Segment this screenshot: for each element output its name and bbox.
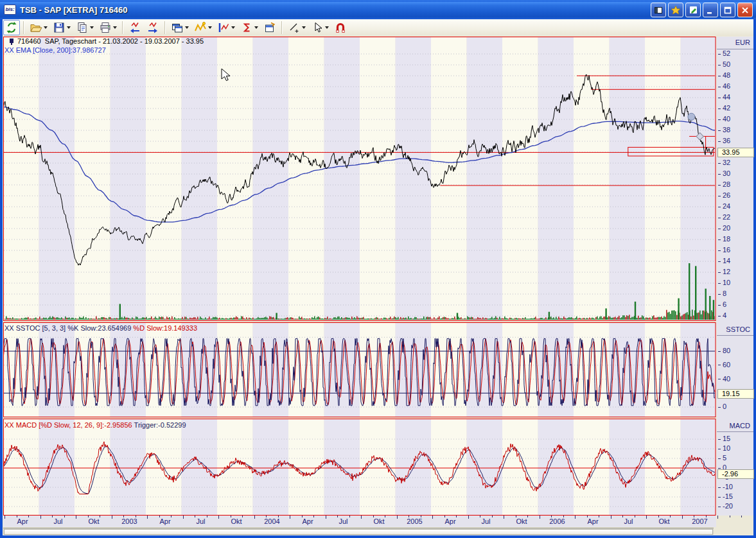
save-button[interactable] [51, 20, 73, 35]
axis-tick-mark [718, 185, 721, 186]
edit-button[interactable] [685, 3, 701, 17]
magnet-button[interactable] [332, 20, 349, 35]
axis-tick-mark [718, 130, 721, 131]
time-axis-tick [540, 516, 540, 519]
axis-tick-label: 40 [723, 115, 730, 123]
time-axis-tick [646, 516, 647, 519]
time-axis-tick [397, 516, 398, 519]
time-axis-tick [611, 516, 611, 519]
macd-value-marker: -2.96 [717, 469, 754, 479]
minimize-icon [707, 6, 714, 14]
print-button[interactable] [97, 20, 119, 35]
axis-tick-mark [718, 87, 721, 87]
axis-tick-mark [718, 218, 721, 218]
dropdown-arrow-icon[interactable] [302, 26, 306, 29]
window-panels-button[interactable] [651, 3, 666, 17]
time-axis-label: Jul [472, 517, 500, 525]
axis-tick-label: 46 [723, 82, 730, 91]
toolbar-separator [281, 21, 283, 34]
dropdown-arrow-icon[interactable] [185, 26, 189, 29]
axis-tick-mark [718, 119, 721, 120]
minimize-button[interactable] [703, 3, 718, 17]
axis-tick-mark [718, 163, 721, 164]
axis-tick-label: 42 [723, 104, 730, 112]
chart-title-text: 716460 SAP, Tageschart - 21.03.2002 - 19… [17, 37, 204, 45]
dropdown-arrow-icon[interactable] [67, 26, 71, 29]
price-chart-panel[interactable] [3, 37, 716, 321]
sstoc-value-marker: 19.15 [717, 389, 754, 399]
window-layout-button[interactable] [169, 20, 191, 35]
favorites-button[interactable] [668, 3, 683, 17]
dropdown-arrow-icon[interactable] [113, 26, 117, 29]
dropdown-arrow-icon[interactable] [231, 26, 235, 29]
axis-tick-label: 44 [723, 93, 730, 101]
properties-button[interactable] [261, 20, 278, 35]
time-axis-label: 2007 [686, 517, 714, 525]
sstoc-chart-panel[interactable] [3, 322, 716, 417]
axis-tick-mark [718, 283, 721, 284]
time-axis-label: 2006 [543, 517, 572, 525]
pointer-button[interactable] [309, 20, 331, 35]
axis-tick-label: 80 [723, 347, 730, 355]
properties-icon [263, 21, 276, 34]
sstoc-axis-label: SSTOC [726, 325, 750, 333]
dropdown-arrow-icon[interactable] [325, 26, 329, 29]
maximize-button[interactable] [720, 3, 735, 17]
close-button[interactable] [737, 3, 753, 17]
time-axis-tick [361, 516, 362, 519]
axis-tick-mark [718, 98, 721, 98]
axis-tick-label: 16 [723, 246, 730, 254]
axis-tick-mark [718, 294, 721, 295]
indicator-sum-button[interactable] [238, 20, 260, 35]
axis-separator [717, 431, 753, 432]
chart-back-button[interactable] [127, 20, 143, 35]
time-axis-label: Jul [330, 517, 358, 525]
copy-button[interactable] [74, 20, 96, 35]
scrollbar-thumb[interactable] [4, 529, 713, 535]
axis-tick-mark [718, 65, 721, 65]
time-axis-label: Okt [650, 517, 678, 525]
draw-line-button[interactable] [286, 20, 308, 35]
axis-tick-label: 10 [723, 444, 730, 453]
time-axis-tick [432, 516, 433, 519]
pointer-icon [311, 21, 324, 34]
axis-tick-mark [718, 458, 721, 459]
axis-tick-label: 4 [723, 311, 726, 320]
axis-tick-label: 52 [723, 49, 730, 58]
time-axis-label: Apr [294, 517, 322, 525]
time-axis-label: 2004 [258, 517, 286, 525]
time-axis-tick [147, 516, 148, 519]
axis-tick-mark [718, 449, 721, 449]
chart-forward-icon [146, 21, 159, 34]
time-axis-tick [40, 516, 41, 519]
time-axis[interactable]: AprJulOkt2003AprJulOkt2004AprJulOkt2005A… [3, 516, 716, 527]
axis-tick-mark [718, 108, 721, 109]
open-icon [30, 21, 42, 34]
chart-back-icon [128, 21, 141, 34]
chart-type-button[interactable] [215, 20, 237, 35]
chart-forward-button[interactable] [145, 20, 161, 35]
dropdown-arrow-icon[interactable] [44, 26, 48, 29]
indicator-add-button[interactable] [192, 20, 214, 35]
save-icon [53, 21, 66, 34]
axis-tick-label: 18 [723, 235, 730, 243]
dropdown-arrow-icon[interactable] [90, 26, 94, 29]
price-axis-gutter[interactable]: EUR SSTOC MACD 5250484644424038363230282… [717, 37, 753, 516]
time-axis-tick [112, 516, 112, 519]
axis-tick-mark [718, 439, 721, 440]
time-axis-label: Apr [8, 517, 37, 525]
axis-tick-mark [718, 207, 721, 207]
dropdown-arrow-icon[interactable] [208, 26, 212, 29]
main-toolbar [3, 19, 753, 36]
dropdown-arrow-icon[interactable] [254, 26, 258, 29]
horizontal-scrollbar[interactable] [3, 528, 714, 535]
macd-chart-panel[interactable] [3, 419, 716, 516]
title-bar[interactable]: bis: TSB - SAP [XETRA] 716460 [0, 0, 756, 19]
axis-tick-label: 8 [723, 290, 726, 298]
axis-tick-mark [718, 497, 721, 498]
time-axis-tick [717, 516, 718, 519]
axis-tick-label: 12 [723, 268, 730, 276]
refresh-button[interactable] [3, 20, 20, 35]
time-axis-tick [218, 516, 219, 519]
open-button[interactable] [28, 20, 49, 35]
